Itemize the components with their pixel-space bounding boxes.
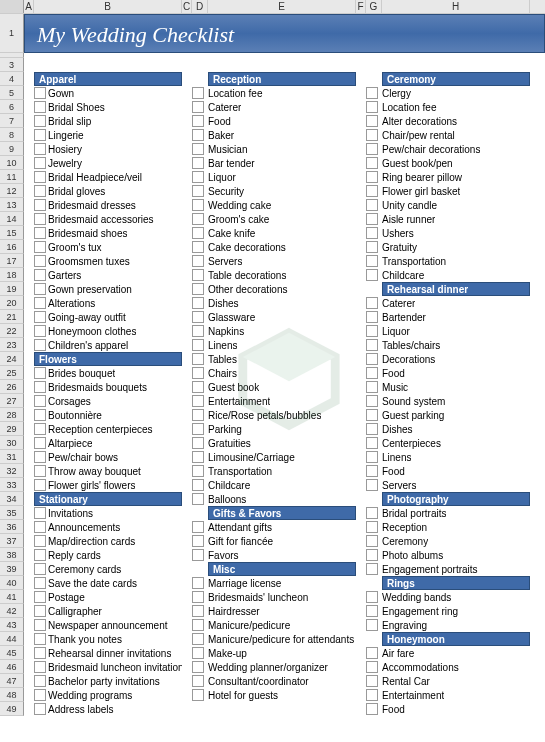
list-item[interactable]: Bridesmaid dresses xyxy=(34,198,182,212)
row-header[interactable]: 30 xyxy=(0,436,24,450)
row-header[interactable]: 5 xyxy=(0,86,24,100)
list-item[interactable]: Rehearsal dinner invitations xyxy=(34,646,182,660)
checkbox[interactable] xyxy=(366,465,378,477)
list-item[interactable]: Ushers xyxy=(382,226,530,240)
checkbox[interactable] xyxy=(192,269,204,281)
checkbox[interactable] xyxy=(366,297,378,309)
checkbox[interactable] xyxy=(34,283,46,295)
list-item[interactable]: Food xyxy=(382,702,530,716)
row-header[interactable]: 44 xyxy=(0,632,24,646)
list-item[interactable]: Engagement portraits xyxy=(382,562,530,576)
row-header[interactable]: 49 xyxy=(0,702,24,716)
list-item[interactable]: Guest book xyxy=(208,380,356,394)
checkbox[interactable] xyxy=(34,115,46,127)
list-item[interactable]: Entertainment xyxy=(382,688,530,702)
list-item[interactable]: Bridesmaid luncheon invitations xyxy=(34,660,182,674)
checkbox[interactable] xyxy=(34,143,46,155)
list-item[interactable]: Rice/Rose petals/bubbles xyxy=(208,408,356,422)
list-item[interactable]: Liquor xyxy=(382,324,530,338)
checkbox[interactable] xyxy=(34,703,46,715)
list-item[interactable]: Map/direction cards xyxy=(34,534,182,548)
row-header[interactable]: 10 xyxy=(0,156,24,170)
checkbox[interactable] xyxy=(192,185,204,197)
checkbox[interactable] xyxy=(34,563,46,575)
list-item[interactable]: Tables/chairs xyxy=(382,338,530,352)
row-header[interactable]: 34 xyxy=(0,492,24,506)
list-item[interactable]: Calligrapher xyxy=(34,604,182,618)
list-item[interactable]: Hairdresser xyxy=(208,604,356,618)
list-item[interactable]: Marriage license xyxy=(208,576,356,590)
checkbox[interactable] xyxy=(366,199,378,211)
list-item[interactable]: Gift for fiancée xyxy=(208,534,356,548)
list-item[interactable]: Chair/pew rental xyxy=(382,128,530,142)
row-header[interactable]: 46 xyxy=(0,660,24,674)
col-header-c[interactable]: C xyxy=(182,0,192,13)
checkbox[interactable] xyxy=(192,549,204,561)
checkbox[interactable] xyxy=(366,87,378,99)
list-item[interactable]: Bridal slip xyxy=(34,114,182,128)
list-item[interactable]: Liquor xyxy=(208,170,356,184)
checkbox[interactable] xyxy=(34,535,46,547)
section-header[interactable]: Rings xyxy=(382,576,530,590)
checkbox[interactable] xyxy=(34,591,46,603)
list-item[interactable]: Bridal portraits xyxy=(382,506,530,520)
checkbox[interactable] xyxy=(366,619,378,631)
checkbox[interactable] xyxy=(366,521,378,533)
checkbox[interactable] xyxy=(192,157,204,169)
list-item[interactable]: Servers xyxy=(382,478,530,492)
list-item[interactable]: Save the date cards xyxy=(34,576,182,590)
list-item[interactable]: Jewelry xyxy=(34,156,182,170)
list-item[interactable]: Dishes xyxy=(382,422,530,436)
checkbox[interactable] xyxy=(34,647,46,659)
list-item[interactable]: Napkins xyxy=(208,324,356,338)
row-header[interactable]: 19 xyxy=(0,282,24,296)
checkbox[interactable] xyxy=(34,339,46,351)
checkbox[interactable] xyxy=(192,423,204,435)
checkbox[interactable] xyxy=(192,661,204,673)
checkbox[interactable] xyxy=(366,409,378,421)
list-item[interactable]: Bridesmaid shoes xyxy=(34,226,182,240)
row-header[interactable]: 45 xyxy=(0,646,24,660)
checkbox[interactable] xyxy=(34,269,46,281)
checkbox[interactable] xyxy=(366,143,378,155)
checkbox[interactable] xyxy=(192,633,204,645)
list-item[interactable]: Groom's tux xyxy=(34,240,182,254)
list-item[interactable]: Glassware xyxy=(208,310,356,324)
row-header[interactable]: 27 xyxy=(0,394,24,408)
row-header[interactable]: 14 xyxy=(0,212,24,226)
list-item[interactable]: Transportation xyxy=(382,254,530,268)
list-item[interactable]: Caterer xyxy=(382,296,530,310)
list-item[interactable]: Newspaper announcement xyxy=(34,618,182,632)
list-item[interactable]: Pew/chair decorations xyxy=(382,142,530,156)
title-bar[interactable]: My Wedding Checklist xyxy=(24,14,545,53)
checkbox[interactable] xyxy=(192,227,204,239)
col-header-e[interactable]: E xyxy=(208,0,356,13)
checkbox[interactable] xyxy=(34,101,46,113)
list-item[interactable]: Sound system xyxy=(382,394,530,408)
row-header[interactable]: 15 xyxy=(0,226,24,240)
checkbox[interactable] xyxy=(366,549,378,561)
row-header[interactable]: 38 xyxy=(0,548,24,562)
list-item[interactable]: Cake knife xyxy=(208,226,356,240)
checkbox[interactable] xyxy=(192,213,204,225)
list-item[interactable]: Attendant gifts xyxy=(208,520,356,534)
row-header[interactable]: 18 xyxy=(0,268,24,282)
list-item[interactable]: Wedding planner/organizer xyxy=(208,660,356,674)
list-item[interactable]: Rental Car xyxy=(382,674,530,688)
row-header[interactable]: 48 xyxy=(0,688,24,702)
list-item[interactable]: Consultant/coordinator xyxy=(208,674,356,688)
checkbox[interactable] xyxy=(366,311,378,323)
list-item[interactable]: Bridal Headpiece/veil xyxy=(34,170,182,184)
row-header[interactable]: 22 xyxy=(0,324,24,338)
list-item[interactable]: Tables xyxy=(208,352,356,366)
list-item[interactable]: Ceremony cards xyxy=(34,562,182,576)
row-header[interactable]: 26 xyxy=(0,380,24,394)
checkbox[interactable] xyxy=(366,129,378,141)
checkbox[interactable] xyxy=(192,451,204,463)
checkbox[interactable] xyxy=(34,157,46,169)
checkbox[interactable] xyxy=(34,423,46,435)
list-item[interactable]: Pew/chair bows xyxy=(34,450,182,464)
list-item[interactable]: Throw away bouquet xyxy=(34,464,182,478)
row-header[interactable]: 32 xyxy=(0,464,24,478)
checkbox[interactable] xyxy=(366,661,378,673)
